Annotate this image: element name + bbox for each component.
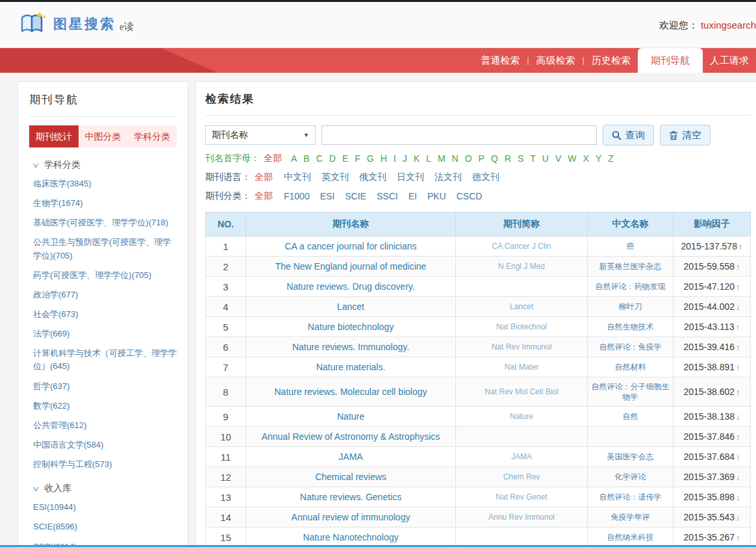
- alpha-letter[interactable]: I: [394, 153, 396, 164]
- journal-name-link[interactable]: CA a cancer journal for clinicians: [284, 241, 416, 251]
- alpha-letter[interactable]: K: [414, 153, 420, 164]
- journal-name-link[interactable]: Nature materials.: [316, 362, 386, 372]
- category-option[interactable]: EI: [409, 191, 417, 201]
- main-nav: 普通检索|高级检索|历史检索期刊导航人工请求: [0, 48, 756, 73]
- search-field-select[interactable]: 期刊名称 ▼: [205, 125, 316, 145]
- language-option[interactable]: 日文刊: [397, 172, 424, 182]
- alpha-letter[interactable]: O: [465, 153, 472, 164]
- brand-logo[interactable]: 图星搜索 e读: [19, 11, 134, 37]
- category-option[interactable]: ESI: [320, 191, 335, 201]
- journal-name-link[interactable]: Lancet: [337, 301, 364, 312]
- nav-tab-5[interactable]: 人工请求: [703, 48, 756, 73]
- category-option[interactable]: CSCD: [457, 191, 483, 201]
- clear-button[interactable]: 清空: [660, 125, 711, 146]
- nav-tab-1[interactable]: 普通检索: [473, 48, 527, 73]
- alpha-letter[interactable]: D: [329, 153, 336, 164]
- journal-name-link[interactable]: Annual review of immunology: [292, 512, 410, 522]
- impact-factor-value: 2015-47.120: [683, 281, 735, 292]
- language-option[interactable]: 英文刊: [321, 172, 349, 182]
- alpha-letter[interactable]: X: [583, 153, 589, 164]
- language-option[interactable]: 中文刊: [284, 172, 311, 182]
- sidebar-item[interactable]: 公共管理(612): [33, 419, 177, 432]
- sidebar-item[interactable]: 药学(可授医学、理学学位)(705): [33, 269, 177, 282]
- sidebar-item[interactable]: SCIE(8596): [33, 520, 177, 533]
- language-option[interactable]: 法文刊: [435, 172, 462, 182]
- alpha-letter[interactable]: E: [342, 153, 348, 164]
- sidebar-item[interactable]: 政治学(677): [33, 288, 177, 301]
- alpha-letter[interactable]: J: [403, 153, 407, 164]
- alpha-letter[interactable]: P: [479, 153, 485, 164]
- alpha-all-link[interactable]: 全部: [264, 153, 282, 164]
- alpha-letter[interactable]: U: [542, 153, 549, 164]
- sidebar-tab-1[interactable]: 期刊统计: [29, 125, 79, 147]
- journal-name-link[interactable]: The New England journal of medicine: [275, 261, 427, 272]
- sidebar-item[interactable]: 中国语言文学(584): [33, 439, 177, 452]
- sidebar-tab-2[interactable]: 中图分类: [79, 125, 128, 147]
- journal-name-link[interactable]: Nature Nanotechnology: [303, 532, 398, 542]
- nav-tab-3[interactable]: 历史检索: [585, 48, 638, 73]
- sidebar-tab-3[interactable]: 学科分类: [127, 125, 177, 147]
- language-all-link[interactable]: 全部: [255, 172, 273, 183]
- journal-name-link[interactable]: Nature reviews. Molecular cell biology: [275, 387, 427, 397]
- category-option[interactable]: SSCI: [377, 191, 398, 201]
- category-all-link[interactable]: 全部: [255, 190, 273, 202]
- alpha-letter[interactable]: B: [303, 153, 309, 164]
- alpha-letter[interactable]: Z: [608, 153, 614, 164]
- alpha-letter[interactable]: Q: [491, 153, 498, 164]
- sidebar-item[interactable]: 计算机科学与技术（可授工学、理学学位）(645): [33, 347, 177, 373]
- language-option[interactable]: 德文刊: [472, 172, 499, 182]
- sidebar-item[interactable]: 生物学(1674): [33, 197, 177, 210]
- username-link[interactable]: tuxingsearch: [701, 19, 756, 31]
- row-number-cell: 15: [206, 528, 246, 547]
- sidebar-item[interactable]: 控制科学与工程(573): [33, 458, 177, 471]
- journal-abbr-cell: Nature: [456, 407, 588, 427]
- journal-name-link[interactable]: Chemical reviews: [315, 472, 386, 482]
- sidebar-item[interactable]: 基础医学(可授医学、理学学位)(718): [33, 216, 177, 229]
- category-option[interactable]: F1000: [284, 191, 310, 201]
- journal-name-link[interactable]: JAMA: [338, 452, 362, 462]
- alpha-letter[interactable]: F: [355, 153, 360, 164]
- alpha-letter[interactable]: M: [438, 153, 446, 164]
- sidebar-item[interactable]: 数学(622): [33, 400, 177, 413]
- sidebar-item[interactable]: 哲学(637): [33, 380, 177, 393]
- journal-name-link[interactable]: Nature: [337, 411, 364, 422]
- impact-factor-value: 2015-43.113: [684, 322, 735, 332]
- journal-name-link[interactable]: Annual Review of Astronomy & Astrophysic…: [262, 431, 440, 442]
- language-option[interactable]: 俄文刊: [359, 172, 386, 182]
- sidebar-section-header[interactable]: ∨收入库: [33, 483, 177, 494]
- results-divider: [205, 115, 751, 116]
- journal-name-link[interactable]: Nature reviews. Genetics: [300, 492, 401, 502]
- alpha-letter[interactable]: A: [291, 153, 297, 164]
- impact-factor-cell: 2015-137.578↑: [674, 236, 751, 257]
- sidebar-section-header[interactable]: ∨学科分类: [33, 159, 177, 171]
- alpha-letter[interactable]: Y: [596, 153, 601, 164]
- sidebar-item[interactable]: ESI(10944): [33, 501, 177, 514]
- alpha-letter[interactable]: L: [426, 153, 431, 164]
- journal-cn-name-cell: 自然材料: [588, 357, 674, 377]
- alpha-letter[interactable]: R: [505, 153, 511, 164]
- alpha-letter[interactable]: G: [367, 153, 374, 164]
- alpha-letter[interactable]: T: [530, 153, 536, 164]
- sidebar-item[interactable]: 法学(669): [33, 327, 177, 340]
- alpha-letter[interactable]: C: [316, 153, 323, 164]
- category-option[interactable]: SCIE: [345, 191, 366, 201]
- journal-name-link[interactable]: Nature reviews. Drug discovery.: [286, 281, 414, 292]
- query-button[interactable]: 查询: [603, 125, 654, 146]
- sidebar-item[interactable]: 社会学(673): [33, 308, 177, 321]
- sidebar-item[interactable]: 公共卫生与预防医学(可授医学、理学学位)(705): [33, 236, 177, 262]
- alpha-letter[interactable]: N: [452, 153, 459, 164]
- search-input[interactable]: [321, 125, 597, 145]
- alpha-letter[interactable]: V: [555, 153, 561, 164]
- alpha-letter[interactable]: W: [568, 153, 576, 164]
- journal-name-link[interactable]: Nature biotechnology: [308, 322, 394, 332]
- nav-tab-4[interactable]: 期刊导航: [638, 48, 703, 73]
- row-number-cell: 11: [206, 447, 246, 467]
- nav-tab-2[interactable]: 高级检索: [529, 48, 583, 73]
- alpha-letter[interactable]: S: [518, 153, 523, 164]
- column-header: 影响因子: [674, 212, 751, 236]
- sidebar-item[interactable]: 临床医学(3845): [33, 177, 177, 190]
- trend-up-icon: ↑: [738, 242, 743, 251]
- alpha-letter[interactable]: H: [381, 153, 387, 164]
- category-option[interactable]: PKU: [427, 191, 446, 201]
- journal-name-link[interactable]: Nature reviews. Immunology.: [292, 342, 409, 352]
